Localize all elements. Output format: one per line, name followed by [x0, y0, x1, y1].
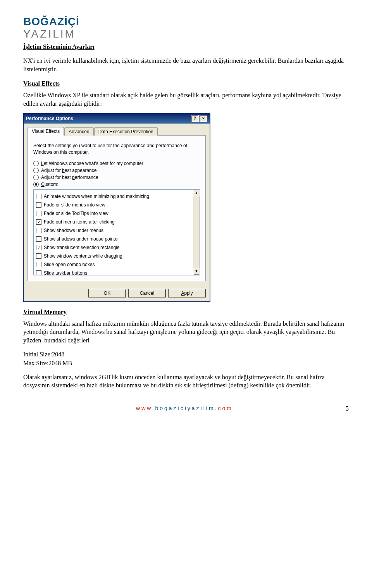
logo: BOĞAZİÇİ YAZILIM — [23, 15, 349, 40]
radio-icon — [33, 175, 39, 180]
checkbox-icon — [36, 262, 41, 267]
max-size: Max Size:2048 MB — [23, 359, 349, 368]
list-item[interactable]: Fade out menu items after clicking — [34, 218, 192, 225]
item-label: Show shadows under menus — [44, 228, 103, 233]
checkbox-icon — [36, 228, 41, 233]
checkbox-icon — [36, 202, 41, 208]
list-item[interactable]: Slide taskbar buttons — [34, 270, 192, 275]
para-visual-effects: Özellikle Windows XP ile standart olarak… — [23, 91, 349, 108]
item-label: Show translucent selection rectangle — [44, 245, 119, 250]
tab-visual-effects[interactable]: Visual Effects — [28, 127, 64, 136]
footer: www.bogaziciyazilim.com 5 — [23, 405, 349, 411]
list-item[interactable]: Show window contents while dragging — [34, 253, 192, 260]
radio-best-appearance[interactable]: Adjust for best appearance — [33, 168, 200, 173]
footer-domain: bogaziciyazilim. — [155, 405, 218, 411]
heading-visual-effects: Visual Effects — [23, 80, 349, 87]
heading-isletim: İşletim Sisteminin Ayarları — [23, 43, 349, 50]
item-label: Fade or slide menus into view — [44, 202, 105, 208]
tab-dep[interactable]: Data Execution Prevention — [94, 127, 158, 136]
list-item[interactable]: Show translucent selection rectangle — [34, 244, 192, 251]
button-bar: OK Cancel Apply — [24, 285, 210, 301]
checkbox-icon — [36, 236, 41, 242]
list-inner: Animate windows when minimizing and maxi… — [34, 190, 193, 275]
list-item[interactable]: Show shadows under mouse pointer — [34, 236, 192, 242]
item-label: Show shadows under mouse pointer — [44, 236, 119, 242]
checkbox-icon — [36, 253, 41, 259]
list-item[interactable]: Fade or slide menus into view — [34, 201, 192, 208]
heading-virtual-memory: Virtual Memory — [23, 309, 349, 316]
item-label: Slide taskbar buttons — [44, 270, 87, 275]
title-bar[interactable]: Performance Options ? × — [24, 113, 210, 124]
help-button[interactable]: ? — [191, 115, 199, 122]
radio-label: Adjust for best appearance — [41, 168, 96, 173]
radio-best-performance[interactable]: Adjust for best performance — [33, 175, 200, 180]
ok-button[interactable]: OK — [88, 289, 126, 297]
item-label: Animate windows when minimizing and maxi… — [44, 194, 149, 199]
radio-icon — [33, 161, 39, 166]
radio-icon — [33, 168, 39, 173]
scroll-up-icon[interactable]: ▲ — [193, 190, 200, 197]
checkbox-icon — [36, 245, 41, 250]
performance-options-dialog: Performance Options ? × Visual Effects A… — [23, 113, 210, 301]
radio-let-windows[interactable]: Let Windows choose what's best for my co… — [33, 161, 200, 166]
effects-listbox[interactable]: Animate windows when minimizing and maxi… — [33, 189, 200, 275]
radio-icon — [33, 182, 39, 187]
checkbox-icon — [36, 211, 41, 216]
para-vm-2: Olarak ayarlarsanız, windows 2GB'lik kıs… — [23, 373, 349, 390]
item-label: Fade or slide ToolTips into view — [44, 211, 108, 216]
item-label: Fade out menu items after clicking — [44, 219, 115, 225]
tab-advanced[interactable]: Advanced — [64, 127, 93, 136]
dialog-description: Select the settings you want to use for … — [33, 143, 200, 155]
list-item[interactable]: Show shadows under menus — [34, 227, 192, 234]
logo-line1: BOĞAZİÇİ — [23, 15, 349, 28]
cancel-button[interactable]: Cancel — [128, 289, 166, 297]
scrollbar[interactable]: ▲ ▼ — [193, 190, 200, 275]
dialog-title: Performance Options — [26, 116, 73, 121]
page-number: 5 — [346, 405, 349, 412]
radio-label: Adjust for best performance — [41, 175, 98, 180]
footer-tld: com — [218, 405, 233, 411]
radio-label: Custom: — [41, 182, 59, 187]
checkbox-icon — [36, 219, 41, 225]
close-button[interactable]: × — [200, 115, 207, 122]
tabs: Visual Effects Advanced Data Execution P… — [28, 127, 206, 136]
list-item[interactable]: Animate windows when minimizing and maxi… — [34, 193, 192, 200]
initial-size: Initial Size:2048 — [23, 350, 349, 359]
para-isletim: NX'i en iyi verimle kullanabilmek için, … — [23, 57, 349, 73]
checkbox-icon — [36, 270, 41, 275]
apply-button[interactable]: Apply — [168, 289, 206, 297]
item-label: Slide open combo boxes — [44, 262, 95, 267]
checkbox-icon — [36, 194, 41, 199]
scroll-down-icon[interactable]: ▼ — [193, 268, 200, 275]
radio-custom[interactable]: Custom: — [33, 182, 200, 187]
logo-line2: YAZILIM — [23, 28, 349, 40]
footer-www: www. — [136, 405, 155, 411]
list-item[interactable]: Slide open combo boxes — [34, 261, 192, 268]
item-label: Show window contents while dragging — [44, 253, 122, 259]
radio-label: Let Windows choose what's best for my co… — [41, 161, 143, 166]
tab-panel: Select the settings you want to use for … — [28, 136, 206, 281]
list-item[interactable]: Fade or slide ToolTips into view — [34, 210, 192, 217]
para-vm-1: Windows altındaki sanal hafıza miktarını… — [23, 320, 349, 345]
